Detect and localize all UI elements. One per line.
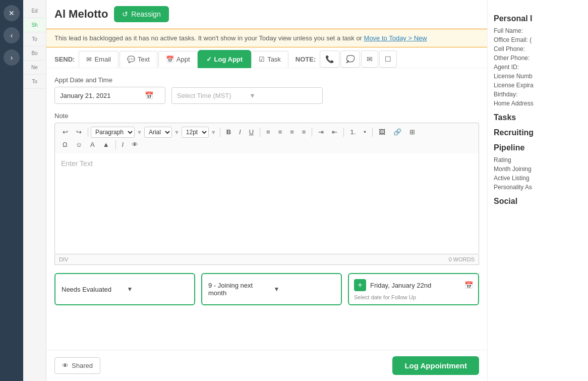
- align-right-btn[interactable]: ≡: [286, 126, 298, 138]
- time-select[interactable]: Select Time (MST) ▼: [171, 87, 323, 104]
- right-panel: Personal I Full Name: Office Email: ( Ce…: [487, 0, 588, 381]
- ol-btn[interactable]: 1.: [346, 126, 359, 138]
- bold-btn[interactable]: B: [223, 126, 234, 138]
- tasks-section-title: Tasks: [494, 113, 582, 122]
- underline-btn[interactable]: U: [246, 126, 257, 138]
- date-input[interactable]: [60, 92, 141, 99]
- forward-icon[interactable]: ›: [4, 49, 20, 66]
- follow-up-section: + Friday, January 22nd 📅 Select date for…: [348, 273, 479, 305]
- send-label: SEND:: [54, 56, 75, 63]
- license-exp-label: License Expira: [494, 82, 582, 89]
- editor-footer: DIV 0 WORDS: [54, 254, 479, 265]
- status-select[interactable]: Needs Evaluated ▼: [54, 273, 195, 305]
- rating-label: Rating: [494, 156, 582, 164]
- editor-body[interactable]: Enter Text: [54, 153, 479, 254]
- word-count: 0 WORDS: [449, 256, 475, 262]
- calendar-icon: 📅: [145, 91, 153, 99]
- rating-chevron-icon: ▼: [274, 286, 335, 293]
- reassign-button[interactable]: ↺ Reassign: [114, 6, 168, 22]
- phone-note-btn[interactable]: 📞: [320, 50, 339, 68]
- left-nav-item-1[interactable]: Sh: [23, 18, 46, 32]
- shared-label: Shared: [72, 362, 93, 369]
- email-note-btn[interactable]: ✉: [361, 50, 378, 68]
- sidebar: ✕ ‹ ›: [0, 0, 23, 381]
- appt-date-section: Appt Date and Time 📅 Select Time (MST) ▼: [54, 76, 479, 104]
- italic-btn[interactable]: I: [236, 126, 245, 138]
- undo-btn[interactable]: ↩: [59, 126, 72, 138]
- form-area: Appt Date and Time 📅 Select Time (MST) ▼…: [46, 68, 487, 350]
- full-name-label: Full Name:: [494, 27, 582, 34]
- follow-up-hint: Select date for Follow Up: [354, 294, 473, 302]
- task-tab[interactable]: ☑ Task: [251, 51, 288, 67]
- rating-select[interactable]: 9 - Joining next month ▼: [201, 273, 342, 305]
- appt-tab[interactable]: 📅 Appt: [158, 51, 198, 67]
- emoji-btn[interactable]: ☺: [72, 139, 86, 150]
- table-btn[interactable]: ⊞: [406, 126, 419, 138]
- font-color-btn[interactable]: A: [87, 139, 98, 150]
- link-btn[interactable]: 🔗: [390, 126, 405, 138]
- follow-up-top: + Friday, January 22nd 📅: [354, 276, 473, 294]
- personality-label: Personality As: [494, 184, 582, 191]
- back-icon[interactable]: ‹: [4, 27, 20, 43]
- preview-btn[interactable]: 👁: [128, 139, 142, 150]
- log-appt-tab[interactable]: ✓ Log Appt: [199, 51, 251, 67]
- font-select[interactable]: Arial: [144, 127, 172, 138]
- close-icon[interactable]: ✕: [4, 5, 20, 21]
- comment-note-btn[interactable]: 💭: [340, 50, 360, 68]
- toolbar-row-2: Ω ☺ A ▲ I 👁: [59, 139, 475, 150]
- add-follow-up-button[interactable]: +: [354, 279, 366, 291]
- toolbar-row-1: ↩ ↪ Paragraph ▼ Arial ▼ 12pt ▼: [59, 126, 475, 138]
- highlight-btn[interactable]: ▲: [99, 139, 113, 150]
- left-nav-item-4[interactable]: Ne: [23, 61, 46, 75]
- paragraph-select[interactable]: Paragraph: [91, 127, 135, 138]
- left-nav-item-3[interactable]: Bo: [23, 46, 46, 61]
- left-nav-item-2[interactable]: To: [23, 32, 46, 46]
- indent-btn[interactable]: ⇥: [315, 126, 327, 138]
- redo-btn[interactable]: ↪: [73, 126, 85, 138]
- personal-section-title: Personal I: [494, 14, 582, 23]
- italic2-btn[interactable]: I: [119, 139, 128, 150]
- log-appt-label: Log Appt: [214, 56, 243, 63]
- div-label: DIV: [59, 256, 68, 262]
- shared-button[interactable]: 👁 Shared: [54, 357, 100, 374]
- outdent-btn[interactable]: ⇤: [328, 126, 341, 138]
- square-note-btn[interactable]: ☐: [379, 50, 397, 68]
- ul-btn[interactable]: •: [360, 126, 370, 138]
- appt-date-label: Appt Date and Time: [54, 76, 479, 84]
- separator-2: [220, 128, 220, 137]
- left-nav-item-5[interactable]: To: [23, 75, 46, 89]
- align-center-btn[interactable]: ≡: [275, 126, 286, 138]
- email-label: Email: [94, 56, 111, 63]
- align-justify-btn[interactable]: ≡: [299, 126, 310, 138]
- page-title: Al Melotto: [54, 8, 108, 21]
- task-label: Task: [267, 56, 281, 63]
- image-btn[interactable]: 🖼: [375, 126, 389, 138]
- agent-id-label: Agent ID:: [494, 64, 582, 71]
- appt-label: Appt: [177, 56, 190, 63]
- text-tab[interactable]: 💬 Text: [120, 51, 157, 67]
- pipeline-section-title: Pipeline: [494, 143, 582, 152]
- editor-toolbar: ↩ ↪ Paragraph ▼ Arial ▼ 12pt ▼: [54, 123, 479, 153]
- size-select[interactable]: 12pt: [182, 127, 209, 138]
- other-phone-label: Other Phone:: [494, 55, 582, 62]
- left-nav-item-0[interactable]: Ed: [23, 4, 46, 18]
- alert-banner: This lead is backlogged as it has no act…: [46, 29, 487, 47]
- email-tab[interactable]: ✉ Email: [79, 51, 119, 67]
- license-num-label: License Numb: [494, 73, 582, 80]
- month-joining-label: Month Joining: [494, 166, 582, 173]
- follow-up-calendar-icon[interactable]: 📅: [464, 281, 473, 289]
- task-icon: ☑: [259, 56, 265, 63]
- social-section-title: Social: [494, 197, 582, 206]
- cell-phone-label: Cell Phone:: [494, 45, 582, 52]
- move-to-today-link[interactable]: Move to Today > New: [364, 34, 427, 42]
- reassign-label: Reassign: [131, 10, 160, 18]
- date-input-wrap[interactable]: 📅: [54, 87, 165, 104]
- separator-3: [260, 128, 260, 137]
- log-appointment-button[interactable]: Log Appointment: [392, 356, 479, 375]
- align-left-btn[interactable]: ≡: [263, 126, 274, 138]
- left-navigation: Ed Sh To Bo Ne To: [23, 0, 46, 381]
- appt-icon: 📅: [166, 56, 174, 63]
- omega-btn[interactable]: Ω: [59, 139, 71, 150]
- check-icon: ✓: [206, 56, 212, 63]
- home-address-label: Home Address: [494, 100, 582, 107]
